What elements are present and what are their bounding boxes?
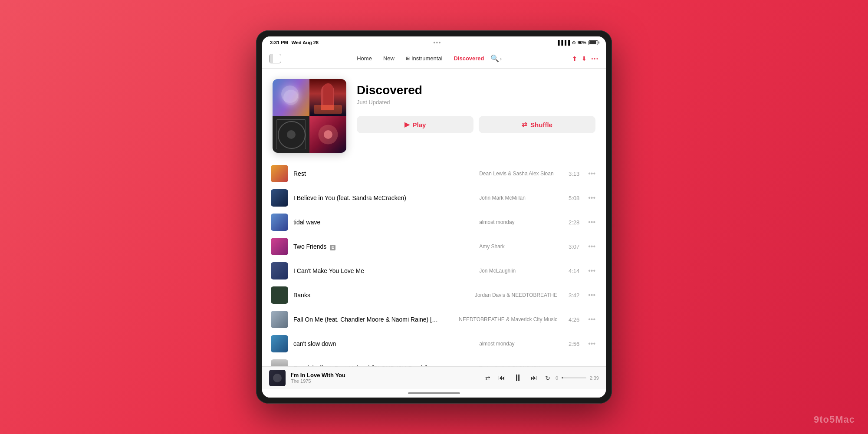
track-name: I Can't Make You Love Me xyxy=(293,267,474,274)
time-remaining: 2:39 xyxy=(590,375,599,381)
track-info: tidal wave xyxy=(293,219,474,226)
shuffle-ctrl-button[interactable]: ⇄ xyxy=(485,375,490,381)
now-playing-artwork xyxy=(269,370,286,386)
track-more-button[interactable]: ••• xyxy=(586,267,597,275)
now-playing-artist: The 1975 xyxy=(291,378,480,384)
track-artwork xyxy=(271,311,288,328)
time-elapsed: 0 xyxy=(556,375,558,381)
track-more-button[interactable]: ••• xyxy=(586,243,597,250)
track-info: can't slow down xyxy=(293,340,474,347)
track-info: I Believe in You (feat. Sandra McCracken… xyxy=(293,194,474,201)
tab-discovered[interactable]: Discovered xyxy=(448,53,489,64)
shuffle-button[interactable]: ⇄ Shuffle xyxy=(479,116,595,133)
nav-actions: ⬆ ⬇ ••• xyxy=(572,55,599,62)
battery-percent: 90% xyxy=(578,40,586,45)
track-artist: Amy Shark xyxy=(479,243,557,250)
signal-icon: ▐▐▐▐ xyxy=(556,40,570,45)
instrumental-grid-icon: ⊞ xyxy=(406,56,410,61)
track-artwork xyxy=(271,335,288,352)
track-more-button[interactable]: ••• xyxy=(586,291,597,299)
track-more-button[interactable]: ••• xyxy=(586,340,597,348)
wifi-icon: ⊙ xyxy=(572,40,575,45)
track-info: Two Friends E xyxy=(293,243,474,250)
watermark: 9to5Mac xyxy=(814,414,855,425)
repeat-button[interactable]: ↻ xyxy=(545,375,550,381)
now-playing-bar[interactable]: I'm In Love With You The 1975 ⇄ ⏮ ⏸ ⏭ ↻ … xyxy=(262,366,606,389)
status-right: ▐▐▐▐ ⊙ 90% xyxy=(556,40,598,45)
playlist-actions: ▶ Play ⇄ Shuffle xyxy=(357,116,595,133)
track-list: Rest Dean Lewis & Sasha Alex Sloan 3:13 … xyxy=(262,161,606,366)
shuffle-icon: ⇄ xyxy=(522,121,527,128)
track-artwork xyxy=(271,359,288,366)
track-duration: 3:13 xyxy=(564,171,579,177)
more-options-button[interactable]: ••• xyxy=(591,56,599,61)
artwork-tile-4 xyxy=(309,116,346,153)
time-display: 3:31 PM xyxy=(270,40,288,45)
track-row[interactable]: Fall On Me (feat. Chandler Moore & Naomi… xyxy=(266,307,602,332)
track-row[interactable]: tidal wave almost monday 2:28 ••• xyxy=(266,210,602,234)
now-playing-controls: ⇄ ⏮ ⏸ ⏭ ↻ xyxy=(485,372,550,384)
upload-button[interactable]: ⬆ xyxy=(572,55,577,62)
track-info: I Can't Make You Love Me xyxy=(293,267,474,274)
track-artist: John Mark McMillan xyxy=(479,195,557,201)
track-name: I Believe in You (feat. Sandra McCracken… xyxy=(293,194,474,201)
playlist-title: Discovered xyxy=(357,83,595,97)
tab-instrumental[interactable]: ⊞ Instrumental xyxy=(401,53,448,64)
track-duration: 4:26 xyxy=(564,316,579,323)
track-row[interactable]: can't slow down almost monday 2:56 ••• xyxy=(266,332,602,356)
track-name: can't slow down xyxy=(293,340,474,347)
pause-button[interactable]: ⏸ xyxy=(513,372,523,384)
track-artwork xyxy=(271,286,288,304)
progress-area: 0 2:39 xyxy=(556,375,599,381)
main-content: Discovered Just Updated ▶ Play ⇄ Shuffle xyxy=(262,69,606,366)
search-icon[interactable]: 🔍 xyxy=(490,54,499,62)
nav-tabs: Home New ⊞ Instrumental Discovered 🔍 › xyxy=(352,53,502,64)
track-more-button[interactable]: ••• xyxy=(586,194,597,202)
sidebar-icon-right xyxy=(273,54,281,63)
track-row[interactable]: Banks Jordan Davis & NEEDTOBREATHE 3:42 … xyxy=(266,283,602,307)
now-playing-info: I'm In Love With You The 1975 xyxy=(291,372,480,384)
track-info: Fall On Me (feat. Chandler Moore & Naomi… xyxy=(293,316,454,323)
play-button[interactable]: ▶ Play xyxy=(357,116,473,133)
chevron-right-icon[interactable]: › xyxy=(500,55,502,62)
track-name: Two Friends E xyxy=(293,243,474,250)
track-duration: 5:08 xyxy=(564,195,579,201)
date-display: Wed Aug 28 xyxy=(292,40,319,45)
track-row[interactable]: I Believe in You (feat. Sandra McCracken… xyxy=(266,186,602,210)
home-bar xyxy=(408,392,460,394)
track-artist: Jon McLaughlin xyxy=(479,268,557,274)
artwork-tile-3 xyxy=(273,116,309,153)
track-artwork xyxy=(271,189,288,207)
artwork-tile-2 xyxy=(309,79,346,116)
track-more-button[interactable]: ••• xyxy=(586,218,597,226)
tab-new[interactable]: New xyxy=(378,53,400,64)
battery-fill xyxy=(589,41,596,44)
track-name: tidal wave xyxy=(293,219,474,226)
track-meta: John Mark McMillan 5:08 ••• xyxy=(479,194,597,202)
track-row[interactable]: I Can't Make You Love Me Jon McLaughlin … xyxy=(266,259,602,283)
playlist-info: Discovered Just Updated ▶ Play ⇄ Shuffle xyxy=(357,79,595,142)
nav-dots-center: ••• xyxy=(434,39,442,46)
sidebar-toggle-button[interactable] xyxy=(269,54,281,63)
progress-bar[interactable] xyxy=(562,377,586,378)
track-artwork xyxy=(271,262,288,279)
tab-home[interactable]: Home xyxy=(352,53,377,64)
track-row[interactable]: Rest Dean Lewis & Sasha Alex Sloan 3:13 … xyxy=(266,161,602,186)
track-meta: Jordan Davis & NEEDTOBREATHE 3:42 ••• xyxy=(475,291,597,299)
track-row[interactable]: Fortnight (feat. Post Malone) [BLOND:ISH… xyxy=(266,356,602,366)
track-artwork xyxy=(271,238,288,255)
track-name: Rest xyxy=(293,170,474,177)
ipad-frame: 3:31 PM Wed Aug 28 ••• ▐▐▐▐ ⊙ 90% Home N xyxy=(256,30,612,404)
track-artist: almost monday xyxy=(479,341,557,347)
home-indicator xyxy=(262,389,606,398)
track-artwork xyxy=(271,165,288,182)
track-artist: almost monday xyxy=(479,219,557,225)
track-more-button[interactable]: ••• xyxy=(586,316,597,323)
next-button[interactable]: ⏭ xyxy=(530,374,537,382)
status-left: 3:31 PM Wed Aug 28 xyxy=(270,40,319,45)
track-more-button[interactable]: ••• xyxy=(586,170,597,178)
track-row[interactable]: Two Friends E Amy Shark 3:07 ••• xyxy=(266,234,602,259)
track-duration: 4:14 xyxy=(564,268,579,274)
previous-button[interactable]: ⏮ xyxy=(498,374,505,382)
download-button[interactable]: ⬇ xyxy=(582,55,587,62)
